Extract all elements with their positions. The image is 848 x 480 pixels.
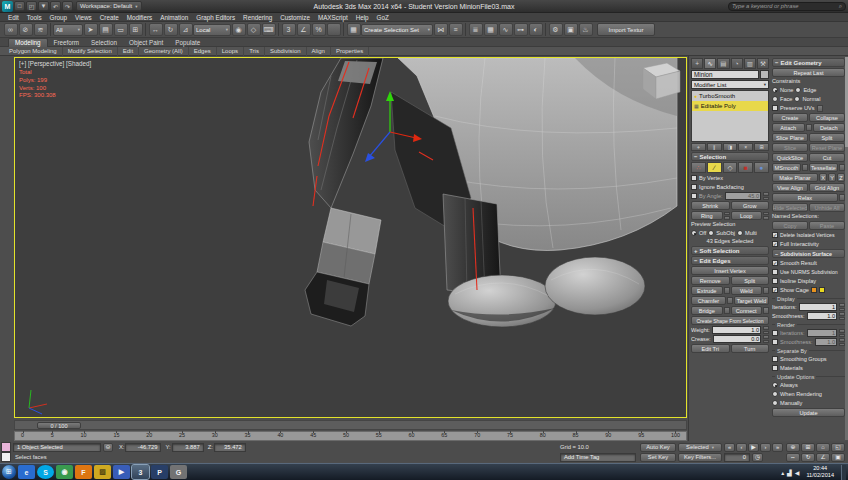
- add-time-tag-field[interactable]: Add Time Tag: [560, 453, 636, 462]
- taskbar-gimp-icon[interactable]: G: [170, 465, 187, 479]
- edge-subobject-icon[interactable]: ∕: [707, 162, 722, 173]
- manually-radio[interactable]: [772, 400, 778, 406]
- search-box[interactable]: Type a keyword or phrase ⌕: [728, 2, 846, 11]
- select-and-move-icon[interactable]: ↔: [149, 23, 163, 36]
- viewport-label[interactable]: [+] [Perspective] [Shaded]: [19, 60, 91, 67]
- preserve-uvs-settings-icon[interactable]: [817, 105, 823, 112]
- key-filters-button[interactable]: Key Filters...: [678, 453, 722, 462]
- select-and-manipulate-icon[interactable]: ◇: [247, 23, 261, 36]
- use-pivot-center-icon[interactable]: ◉: [232, 23, 246, 36]
- reset-plane-button[interactable]: Reset Plane: [809, 143, 845, 152]
- menu-item[interactable]: MAXScript: [314, 14, 352, 21]
- select-object-icon[interactable]: ➤: [84, 23, 98, 36]
- taskbar-skype-icon[interactable]: S: [37, 465, 54, 479]
- extrude-settings-icon[interactable]: [724, 287, 730, 294]
- search-icon[interactable]: ⌕: [839, 3, 842, 10]
- zoom-extents-icon[interactable]: ⌂: [816, 443, 830, 452]
- smooth-result-checkbox[interactable]: ✓ Smooth Result: [772, 259, 845, 267]
- menu-item[interactable]: Group: [46, 14, 72, 21]
- auto-key-button[interactable]: Auto Key: [640, 443, 676, 452]
- open-file-icon[interactable]: ◰: [26, 1, 37, 11]
- quickslice-button[interactable]: QuickSlice: [772, 153, 808, 162]
- taskbar-app-icon[interactable]: ◉: [56, 465, 73, 479]
- slice-button[interactable]: Slice: [772, 143, 808, 152]
- tray-show-hidden-icon[interactable]: ▴: [781, 469, 784, 476]
- ribbon-panel-label[interactable]: Geometry (All): [139, 47, 189, 56]
- ribbon-panel-label[interactable]: Polygon Modeling: [4, 47, 63, 56]
- menu-item[interactable]: Edit: [4, 14, 23, 21]
- select-and-scale-icon[interactable]: ⊿: [179, 23, 193, 36]
- turn-button[interactable]: Turn: [731, 344, 770, 353]
- layer-manager-icon[interactable]: ≣: [469, 23, 483, 36]
- key-target-dropdown[interactable]: Selected ▾: [678, 443, 722, 452]
- preview-off-radio[interactable]: [691, 230, 697, 236]
- hide-selected-button[interactable]: Hide Selected: [772, 203, 808, 212]
- border-subobject-icon[interactable]: ◇: [723, 162, 738, 173]
- modifier-stack-item-turbosmooth[interactable]: ● TurboSmooth: [692, 91, 768, 101]
- select-and-rotate-icon[interactable]: ↻: [164, 23, 178, 36]
- taskbar-media-player-icon[interactable]: ▶: [113, 465, 130, 479]
- window-crossing-toggle-icon[interactable]: ⊞: [129, 23, 143, 36]
- tray-network-icon[interactable]: ▟: [787, 469, 792, 476]
- grid-align-button[interactable]: Grid Align: [809, 183, 845, 192]
- ribbon-panel-label[interactable]: Edges: [189, 47, 217, 56]
- unlink-selection-icon[interactable]: ⊘: [19, 23, 33, 36]
- insert-vertex-button[interactable]: Insert Vertex: [691, 266, 769, 275]
- show-cage-checkbox[interactable]: ✓ Show Cage: [772, 286, 845, 294]
- menu-item[interactable]: Views: [71, 14, 96, 21]
- planar-x-button[interactable]: X: [819, 173, 827, 182]
- shrink-button[interactable]: Shrink: [691, 201, 730, 210]
- start-button[interactable]: ⊞: [2, 465, 16, 479]
- connect-settings-icon[interactable]: [763, 307, 769, 314]
- previous-frame-icon[interactable]: ‹: [736, 443, 747, 452]
- render-iterations-value[interactable]: 1: [807, 329, 837, 337]
- menu-item[interactable]: Help: [352, 14, 373, 21]
- remove-button[interactable]: Remove: [691, 276, 730, 285]
- keyboard-override-icon[interactable]: ⌨: [262, 23, 276, 36]
- z-coordinate-field[interactable]: 35.472: [214, 443, 246, 452]
- time-slider-handle[interactable]: 0 / 100: [37, 422, 81, 429]
- bridge-button[interactable]: Bridge: [691, 306, 723, 315]
- edit-edges-rollout-header[interactable]: − Edit Edges: [691, 256, 769, 265]
- perspective-viewport[interactable]: [+] [Perspective] [Shaded] TotalPolys: 1…: [14, 57, 687, 418]
- ribbon-tab-freeform[interactable]: Freeform: [48, 38, 86, 47]
- menu-item[interactable]: Customize: [276, 14, 314, 21]
- viewport-canvas[interactable]: [15, 58, 686, 417]
- orbit-icon[interactable]: ↻: [801, 453, 815, 462]
- import-texture-button[interactable]: Import Textur: [597, 23, 655, 36]
- chamfer-settings-icon[interactable]: [727, 297, 733, 304]
- named-selection-sets-dropdown[interactable]: Create Selection Set ▾: [361, 24, 433, 36]
- ribbon-panel-label[interactable]: Align: [307, 47, 331, 56]
- hierarchy-tab-icon[interactable]: ▤: [717, 58, 729, 69]
- make-unique-icon[interactable]: ◨: [723, 143, 738, 151]
- delete-isolated-vertices-checkbox[interactable]: ✓ Delete Isolated Vertices: [772, 231, 845, 239]
- angle-snap-icon[interactable]: ∠: [297, 23, 311, 36]
- cage-color-swatch[interactable]: [811, 287, 817, 293]
- tray-volume-icon[interactable]: ◀: [795, 469, 800, 476]
- render-setup-icon[interactable]: ⚙: [549, 23, 563, 36]
- detach-button[interactable]: Detach: [813, 123, 846, 132]
- rectangular-selection-region-icon[interactable]: ▭: [114, 23, 128, 36]
- grow-button[interactable]: Grow: [731, 201, 770, 210]
- chamfer-button[interactable]: Chamfer: [691, 296, 726, 305]
- weight-spinner-icon[interactable]: [763, 326, 769, 334]
- smoothing-groups-checkbox[interactable]: Smoothing Groups: [772, 355, 845, 363]
- render-smoothness-value[interactable]: 1.0: [815, 338, 837, 346]
- display-tab-icon[interactable]: ▥: [744, 58, 756, 69]
- snap-toggle-3d-icon[interactable]: 3: [282, 23, 296, 36]
- remove-modifier-icon[interactable]: ×: [738, 143, 753, 151]
- selection-lock-icon[interactable]: ⊝: [103, 443, 113, 452]
- utilities-tab-icon[interactable]: ⚒: [757, 58, 769, 69]
- motion-tab-icon[interactable]: ◔: [731, 58, 743, 69]
- full-interactivity-checkbox[interactable]: ✓ Full Interactivity: [772, 240, 845, 248]
- paste-button[interactable]: Paste: [809, 221, 845, 230]
- taskbar-3dsmax-icon[interactable]: 3: [132, 465, 149, 479]
- planar-z-button[interactable]: Z: [837, 173, 845, 182]
- collapse-button[interactable]: Collapse: [809, 113, 845, 122]
- planar-y-button[interactable]: Y: [828, 173, 836, 182]
- maxscript-mini-listener-pink[interactable]: [1, 442, 11, 452]
- crease-spinner-icon[interactable]: [763, 335, 769, 343]
- zoom-tool-icon[interactable]: ⊕: [786, 443, 800, 452]
- crease-value-field[interactable]: 0.0: [713, 335, 761, 343]
- ribbon-tab-populate[interactable]: Populate: [169, 38, 206, 47]
